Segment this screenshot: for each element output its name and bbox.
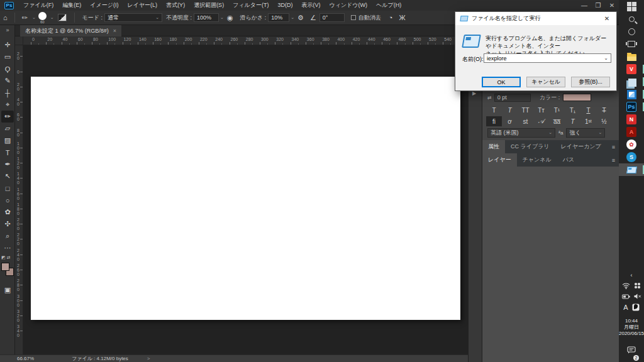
swash-icon[interactable]: 𝒜 xyxy=(533,116,549,126)
all-caps-icon[interactable]: TT xyxy=(518,105,533,115)
gear-icon[interactable]: ⚙ xyxy=(297,14,304,22)
smoothing-field[interactable]: 10% xyxy=(268,13,289,22)
speaker-muted-icon[interactable] xyxy=(634,293,641,299)
layers-tab-0[interactable]: レイヤー xyxy=(482,153,517,167)
menu-item-5[interactable]: 選択範囲(S) xyxy=(189,1,228,9)
hand-tool-icon[interactable]: ✣ xyxy=(1,218,14,230)
discretionary-ligatures-icon[interactable]: st xyxy=(518,116,533,126)
expand-toolbar-icon[interactable]: » xyxy=(0,27,15,33)
menu-item-2[interactable]: イメージ(I) xyxy=(86,1,123,9)
menu-item-8[interactable]: 表示(V) xyxy=(297,1,325,9)
close-button[interactable]: ✕ xyxy=(605,2,619,9)
move-tool-icon[interactable]: ✛ xyxy=(1,39,14,51)
foreground-color-swatch[interactable] xyxy=(1,263,9,271)
contextual-alternates-icon[interactable]: ơ xyxy=(502,116,518,126)
language-select[interactable]: 英語 (米国) ⌄ xyxy=(487,128,555,138)
menu-item-3[interactable]: レイヤー(L) xyxy=(123,1,162,9)
ligatures-icon[interactable]: fi xyxy=(486,116,502,126)
menu-item-6[interactable]: フィルター(T) xyxy=(228,1,273,9)
ime-icon[interactable] xyxy=(632,304,640,311)
home-icon[interactable]: ⌂ xyxy=(3,14,8,21)
superscript-icon[interactable]: T¹ xyxy=(549,105,565,115)
chevron-down-icon[interactable]: ⌄ xyxy=(291,15,294,20)
red-circle-app-button[interactable]: ✿ xyxy=(619,138,644,151)
document-tab[interactable]: 名称未設定 1 @ 66.7% (RGB/8#) × xyxy=(20,25,121,36)
type-color-swatch[interactable] xyxy=(563,94,591,101)
browse-button[interactable]: 参照(B)... xyxy=(571,77,610,87)
vertical-ruler[interactable]: 4020020406080100120140160180200220240260… xyxy=(15,45,23,354)
chevron-down-icon[interactable]: ⌄ xyxy=(220,15,224,20)
horizontal-ruler[interactable]: 0204060801001201401601802002202402602803… xyxy=(23,36,468,45)
default-colors-icon[interactable]: ◩ ⇄ xyxy=(1,255,14,260)
mode-select[interactable]: 通常 ⌄ xyxy=(104,13,162,22)
properties-menu-icon[interactable]: ≡ xyxy=(612,144,615,150)
faux-italic-icon[interactable]: T xyxy=(502,105,518,115)
rectangle-tool-icon[interactable]: □ xyxy=(1,182,14,194)
symmetry-icon[interactable]: Ж xyxy=(399,14,405,21)
brush-settings-toggle-icon[interactable] xyxy=(58,14,67,21)
menu-item-9[interactable]: ウィンドウ(W) xyxy=(325,1,372,9)
gradient-tool-icon[interactable]: ▨ xyxy=(1,134,14,146)
angle-field[interactable]: 0° xyxy=(319,13,345,22)
notification-center-button[interactable]: 2 xyxy=(619,341,644,359)
tsume-field[interactable]: 0 pt xyxy=(494,94,531,102)
crop-tool-icon[interactable]: ┼ xyxy=(1,87,14,99)
ime-mode-letter[interactable]: A xyxy=(623,304,628,311)
tab-close-icon[interactable]: × xyxy=(113,28,116,34)
menu-item-10[interactable]: ヘルプ(H) xyxy=(372,1,406,9)
eyedropper-tool-icon[interactable]: ⌖ xyxy=(1,99,14,111)
opacity-field[interactable]: 100% xyxy=(194,13,219,22)
menu-item-0[interactable]: ファイル(F) xyxy=(19,1,58,9)
red-n-app-button[interactable]: N xyxy=(619,113,644,126)
wifi-icon[interactable] xyxy=(622,282,630,289)
titling-alternates-icon[interactable]: T xyxy=(565,116,580,126)
strikethrough-icon[interactable]: T xyxy=(596,105,612,115)
pasteboard[interactable] xyxy=(23,45,468,354)
layers-tab-1[interactable]: チャンネル xyxy=(517,153,557,167)
chevron-down-icon[interactable]: ⌄ xyxy=(50,15,54,20)
battery-icon[interactable] xyxy=(622,294,630,299)
run-dialog-close-icon[interactable]: ✕ xyxy=(597,15,616,22)
ellipse-tool-icon[interactable]: ○ xyxy=(1,194,14,206)
screen-mode-icon[interactable]: ▣ xyxy=(1,284,14,296)
zoom-tool-icon[interactable]: ⌕ xyxy=(1,230,14,242)
current-tool-icon[interactable]: ✏ xyxy=(22,14,28,22)
lasso-tool-icon[interactable]: Ϙ xyxy=(1,63,14,75)
photoshop-app-button[interactable]: Ps xyxy=(619,101,644,113)
photos-app-button[interactable] xyxy=(619,88,644,101)
pencil-tool-icon[interactable]: ✏ xyxy=(1,111,14,123)
canvas[interactable] xyxy=(31,77,460,320)
acrobat-app-button[interactable]: A xyxy=(619,126,644,138)
blue-app-button[interactable] xyxy=(619,75,644,88)
start-button[interactable] xyxy=(619,0,644,13)
menu-item-4[interactable]: 書式(Y) xyxy=(162,1,189,9)
subscript-icon[interactable]: T₁ xyxy=(565,105,580,115)
skype-app-button[interactable]: S xyxy=(619,151,644,163)
small-caps-icon[interactable]: Tᴛ xyxy=(533,105,549,115)
zoom-level-field[interactable]: 66.67% xyxy=(17,356,34,361)
properties-tab-2[interactable]: レイヤーカンプ xyxy=(555,140,607,153)
properties-tab-0[interactable]: 属性 xyxy=(482,140,505,153)
search-button[interactable] xyxy=(619,13,644,25)
underline-icon[interactable]: T xyxy=(580,105,596,115)
chevron-down-icon[interactable]: ⌄ xyxy=(32,15,36,20)
stylistic-alternates-icon[interactable]: a̅a̅ xyxy=(549,116,565,126)
run-dialog-titlebar[interactable]: ファイル名を指定して実行 ✕ xyxy=(455,12,616,25)
file-explorer-button[interactable] xyxy=(619,50,644,63)
status-menu-chevron-icon[interactable]: > xyxy=(147,356,150,361)
properties-tab-1[interactable]: CC ライブラリ xyxy=(505,140,555,153)
minimize-button[interactable]: — xyxy=(577,2,591,9)
ruler-origin[interactable] xyxy=(15,36,23,45)
brush-preset-picker[interactable]: 60 xyxy=(38,12,47,24)
run-dialog-task-button[interactable] xyxy=(619,163,644,176)
restore-button[interactable]: ❐ xyxy=(591,2,605,9)
taskbar-clock[interactable]: 10:44 月曜日 2020/06/15 xyxy=(619,318,644,337)
anti-alias-select[interactable]: 強く ⌄ xyxy=(566,128,605,138)
cortana-button[interactable] xyxy=(619,25,644,38)
auto-erase-checkbox[interactable] xyxy=(351,15,356,20)
pen-tool-icon[interactable]: ✒ xyxy=(1,158,14,170)
path-selection-tool-icon[interactable]: ↖ xyxy=(1,170,14,182)
vivaldi-app-button[interactable]: V xyxy=(619,63,644,75)
airbrush-icon[interactable]: ◔ xyxy=(389,14,393,21)
swap-colors-icon[interactable]: ⇄ xyxy=(7,255,11,260)
